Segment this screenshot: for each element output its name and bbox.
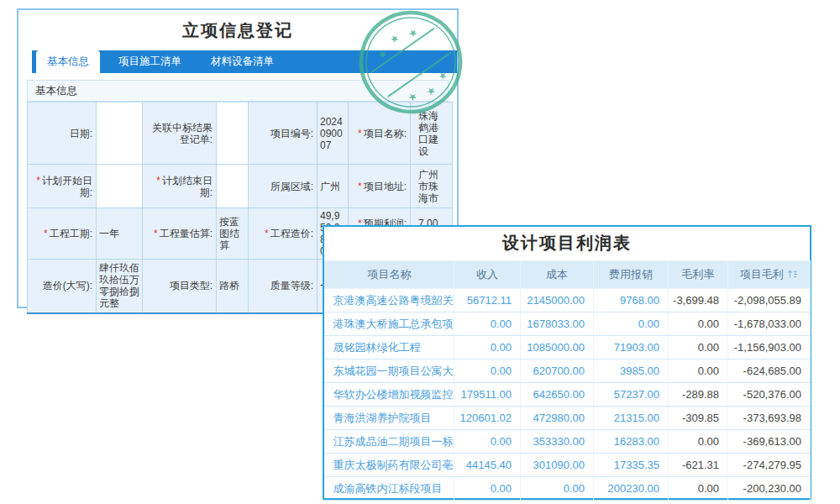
project-name-link[interactable]: 东城花园一期项目公寓大堂	[325, 360, 454, 383]
table-row[interactable]: 晟铭园林绿化工程0.001085000.0071903.000.00-1,156…	[325, 336, 811, 360]
field-label: *工程造价:	[249, 208, 318, 260]
table-row[interactable]: 京港澳高速公路粤境韶关至56712.112145000.009768.00-3,…	[325, 289, 811, 312]
field-label: *计划开始日期:	[28, 165, 97, 208]
table-cell: -520,376.00	[728, 383, 811, 407]
table-cell: 0.00	[669, 477, 728, 501]
column-header-3[interactable]: 费用报销	[594, 261, 669, 289]
project-name-link[interactable]: 港珠澳大桥施工总承包项目	[325, 312, 454, 336]
column-header-5[interactable]: 项目毛利	[728, 261, 811, 289]
table-row[interactable]: 东城花园一期项目公寓大堂0.00620700.003985.000.00-624…	[325, 360, 811, 383]
table-cell: 0.00	[454, 360, 521, 383]
field-label-text: 关联中标结果登记单:	[152, 122, 213, 145]
tab-2[interactable]: 材料设备清单	[200, 50, 285, 73]
field-value[interactable]: 广州市珠海市	[411, 165, 453, 208]
required-asterisk: *	[358, 181, 362, 192]
table-cell: 17335.35	[594, 454, 669, 477]
column-header-text: 收入	[476, 268, 498, 281]
profit-table: 项目名称收入成本费用报销毛利率项目毛利 京港澳高速公路粤境韶关至56712.11…	[324, 260, 811, 501]
field-label-text: 工程工期:	[50, 228, 92, 239]
table-cell: 0.00	[594, 312, 669, 336]
tab-0[interactable]: 基本信息	[36, 50, 100, 73]
project-name-link[interactable]: 晟铭园林绿化工程	[325, 336, 454, 360]
table-cell: 0.00	[521, 477, 594, 501]
table-cell: 200230.00	[594, 477, 669, 501]
section-header: 基本信息	[27, 80, 449, 102]
page-title: 立项信息登记	[18, 19, 457, 42]
field-input-empty[interactable]	[97, 102, 143, 165]
field-label-text: 项目类型:	[170, 280, 213, 291]
table-cell: -3,699.48	[669, 289, 728, 312]
field-value[interactable]: 按蓝图结算	[217, 208, 249, 260]
table-cell: 71903.00	[594, 336, 669, 360]
table-cell: 120601.02	[454, 407, 521, 430]
tab-1[interactable]: 项目施工清单	[108, 50, 192, 73]
field-label: 关联中标结果登记单:	[143, 102, 217, 165]
field-label-text: 项目名称:	[364, 128, 407, 139]
table-cell: 16283.00	[594, 430, 669, 454]
field-input-empty[interactable]	[217, 102, 249, 165]
table-cell: 0.00	[454, 430, 521, 454]
field-input-empty[interactable]	[217, 165, 249, 208]
required-asterisk: *	[154, 228, 158, 239]
table-cell: 3985.00	[594, 360, 669, 383]
table-cell: -200,230.00	[728, 477, 811, 501]
table-cell: 0.00	[454, 336, 521, 360]
field-label: *工程工期:	[28, 208, 97, 260]
project-name-link[interactable]: 京港澳高速公路粤境韶关至	[325, 289, 454, 312]
column-header-1[interactable]: 收入	[454, 261, 521, 289]
required-asterisk: *	[156, 175, 160, 186]
project-name-link[interactable]: 江苏成品油二期项目一标段	[325, 430, 454, 454]
table-row[interactable]: 华软办公楼增加视频监控项179511.00642650.0057237.00-2…	[325, 383, 811, 407]
column-header-4[interactable]: 毛利率	[669, 261, 728, 289]
field-label: *项目名称:	[349, 102, 411, 165]
table-row[interactable]: 港珠澳大桥施工总承包项目0.001678033.000.000.00-1,678…	[325, 312, 811, 336]
table-cell: 2145000.00	[521, 289, 594, 312]
field-label: 造价(大写):	[28, 260, 97, 313]
table-row[interactable]: 青海洪湖养护院项目120601.02472980.0021315.00-309.…	[325, 407, 811, 430]
column-header-text: 成本	[546, 268, 568, 281]
field-label: 项目类型:	[143, 260, 217, 313]
field-label-text: 计划结束日期:	[162, 175, 213, 198]
table-row[interactable]: 江苏成品油二期项目一标段0.00353330.0016283.000.00-36…	[325, 430, 811, 454]
project-name-link[interactable]: 华软办公楼增加视频监控项	[325, 383, 454, 407]
field-label-text: 造价(大写):	[43, 280, 92, 291]
table-cell: 21315.00	[594, 407, 669, 430]
field-value[interactable]: 路桥	[217, 260, 249, 313]
table-cell: 301090.00	[521, 454, 594, 477]
table-cell: 44145.40	[454, 454, 521, 477]
required-asterisk: *	[265, 228, 269, 239]
table-cell: 0.00	[454, 477, 521, 501]
column-header-0[interactable]: 项目名称	[325, 261, 454, 289]
field-label: 日期:	[28, 102, 97, 165]
project-name-link[interactable]: 青海洪湖养护院项目	[325, 407, 454, 430]
sort-icon[interactable]	[787, 269, 798, 279]
field-value[interactable]: 广州	[318, 165, 349, 208]
table-row[interactable]: 重庆太极制药有限公司亳州44145.40301090.0017335.35-62…	[325, 454, 811, 477]
table-cell: -621.31	[669, 454, 728, 477]
table-cell: 9768.00	[594, 289, 669, 312]
table-cell: 1678033.00	[521, 312, 594, 336]
field-label-text: 工程造价:	[270, 228, 313, 239]
field-label-text: 日期:	[70, 128, 92, 139]
table-cell: 353330.00	[521, 430, 594, 454]
form-row: *计划开始日期:*计划结束日期:所属区域:广州*项目地址:广州市珠海市	[28, 165, 453, 208]
column-header-text: 毛利率	[682, 268, 715, 281]
field-label-text: 项目地址:	[364, 181, 407, 192]
field-label-text: 计划开始日期:	[42, 175, 92, 198]
field-input-empty[interactable]	[97, 165, 143, 208]
project-name-link[interactable]: 成渝高铁内江标段项目	[325, 477, 454, 501]
field-label: *工程量估算:	[143, 208, 217, 260]
column-header-text: 项目毛利	[740, 268, 784, 281]
field-value[interactable]: 珠海鹤港口建设	[411, 102, 453, 165]
field-label: *计划结束日期:	[143, 165, 217, 208]
field-value[interactable]: 肆仟玖佰玖拾伍万零捌拾捌元整	[97, 260, 143, 313]
field-label: *项目地址:	[349, 165, 411, 208]
field-value[interactable]: 一年	[97, 208, 143, 260]
column-header-2[interactable]: 成本	[521, 261, 594, 289]
table-row[interactable]: 成渝高铁内江标段项目0.000.00200230.000.00-200,230.…	[325, 477, 811, 501]
field-label-text: 项目编号:	[270, 128, 313, 139]
project-name-link[interactable]: 重庆太极制药有限公司亳州	[325, 454, 454, 477]
table-cell: 0.00	[669, 430, 728, 454]
field-value[interactable]: 2024090007	[318, 102, 349, 165]
table-cell: -1,678,033.00	[728, 312, 811, 336]
